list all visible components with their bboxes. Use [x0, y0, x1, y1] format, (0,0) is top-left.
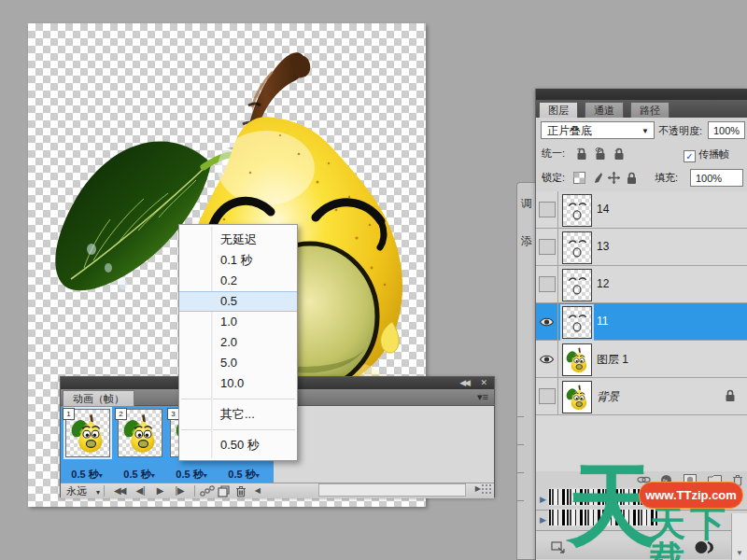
- new-frame-button[interactable]: [216, 484, 233, 497]
- collapsed-panel-row-2[interactable]: ▶: [536, 511, 747, 531]
- new-group-button[interactable]: [708, 474, 722, 488]
- resize-icon: [551, 541, 566, 554]
- frame-1-delay-select[interactable]: 0.5 秒▾: [63, 468, 111, 482]
- layers-panel-titlebar[interactable]: [536, 89, 747, 100]
- visibility-toggle[interactable]: [536, 229, 558, 265]
- layer-13-thumbnail[interactable]: [562, 231, 592, 264]
- play-button[interactable]: ▶: [151, 483, 170, 498]
- layer-row-layer1[interactable]: 图层 1: [536, 341, 747, 378]
- layer-1-thumb-image: [563, 344, 591, 375]
- collapsed-adjustments-strip[interactable]: 调 添: [516, 182, 535, 560]
- add-strip-label: 添: [521, 233, 532, 249]
- brush-icon: [591, 172, 603, 184]
- opacity-label: 不透明度:: [658, 121, 702, 140]
- tab-layers[interactable]: 图层: [539, 102, 578, 119]
- clone-circles-button[interactable]: [694, 540, 714, 557]
- blend-mode-value: 正片叠底: [547, 124, 592, 137]
- frame-2-delay-select[interactable]: 0.5 秒▾: [115, 468, 163, 482]
- previous-frame-button[interactable]: ◀|: [130, 483, 150, 498]
- unify-visibility-button[interactable]: [594, 147, 607, 163]
- collapse-panel-button[interactable]: ◀◀: [455, 377, 473, 389]
- frame-3-delay-select[interactable]: 0.5 秒▾: [167, 468, 216, 482]
- layer-mask-button[interactable]: [684, 474, 697, 488]
- layer-12-thumbnail[interactable]: [562, 269, 592, 301]
- divider: [104, 485, 105, 497]
- animation-frame-1[interactable]: 1: [63, 408, 111, 466]
- lock-all-button[interactable]: [626, 172, 638, 188]
- photoshop-window: ◀◀ ✕ 动画（帧） ▾≡ 1 2: [0, 0, 747, 560]
- fill-input[interactable]: 100%: [690, 169, 743, 187]
- menu-item-other[interactable]: 其它...: [179, 404, 297, 425]
- layer-1-thumbnail[interactable]: [562, 343, 592, 376]
- frame-2-number: 2: [115, 408, 127, 420]
- tween-button[interactable]: [199, 484, 216, 497]
- menu-item-0-50s[interactable]: 0.50 秒: [179, 435, 297, 455]
- frame-4-delay-select[interactable]: 0.5 秒▾: [219, 468, 268, 482]
- visibility-toggle[interactable]: [536, 303, 558, 340]
- menu-item-1-0[interactable]: 1.0: [179, 312, 297, 332]
- layer-14-thumbnail[interactable]: [562, 194, 592, 227]
- loop-count-select[interactable]: 永远▾: [61, 484, 100, 498]
- visibility-toggle[interactable]: [536, 378, 558, 414]
- visibility-empty-box: [539, 202, 556, 217]
- unify-style-button[interactable]: [613, 147, 626, 163]
- visibility-toggle[interactable]: [536, 191, 558, 228]
- resize-handle-button[interactable]: [551, 541, 566, 557]
- blend-mode-select[interactable]: 正片叠底 ▼: [541, 121, 655, 139]
- expand-triangle-icon: ▶: [540, 495, 546, 504]
- unify-position-button[interactable]: [575, 147, 588, 163]
- layer-row-14[interactable]: 14: [536, 191, 747, 229]
- visibility-toggle[interactable]: [536, 266, 558, 302]
- frames-horizontal-scrollbar[interactable]: [318, 483, 466, 497]
- menu-item-2-0[interactable]: 2.0: [179, 332, 297, 353]
- next-frame-button[interactable]: |▶: [169, 483, 190, 498]
- expand-triangle-icon: ▶: [540, 515, 546, 525]
- layer-11-thumbnail[interactable]: [562, 306, 592, 339]
- collapsed-panel-row-1[interactable]: ▶: [536, 490, 747, 511]
- tab-paths[interactable]: 路径: [630, 102, 669, 119]
- layer-row-13[interactable]: 13: [536, 229, 747, 266]
- new-frame-icon: [218, 485, 230, 497]
- panel-menu-icon[interactable]: ▾≡: [477, 391, 488, 403]
- background-thumbnail[interactable]: [562, 381, 592, 413]
- menu-item-0-2[interactable]: 0.2: [179, 271, 297, 291]
- visibility-toggle[interactable]: [536, 341, 558, 377]
- layers-list-empty-area: [536, 415, 747, 472]
- layer-13-thumb-image: [563, 232, 591, 263]
- menu-item-0-1s[interactable]: 0.1 秒: [179, 250, 297, 271]
- first-frame-button[interactable]: ◀◀: [108, 483, 130, 498]
- layer-row-background[interactable]: 背景: [536, 378, 747, 415]
- delete-layer-button[interactable]: [732, 474, 743, 489]
- menu-item-no-delay[interactable]: 无延迟: [179, 230, 297, 250]
- background-thumb-image: [563, 382, 591, 413]
- delete-frame-button[interactable]: [233, 484, 249, 497]
- menu-item-10-0[interactable]: 10.0: [179, 373, 297, 394]
- layers-tab-row: 图层 通道 路径: [536, 100, 747, 118]
- tab-animation-frames[interactable]: 动画（帧）: [63, 390, 134, 407]
- delay-arrow-icon: ▾: [204, 471, 207, 480]
- blend-mode-row: 正片叠底 ▼ 不透明度: 100%: [536, 119, 747, 142]
- layer-style-button[interactable]: fx: [660, 474, 672, 489]
- layer-row-12[interactable]: 12: [536, 266, 747, 303]
- menu-separator: [181, 429, 295, 430]
- lock-position-button[interactable]: [608, 172, 620, 187]
- tab-channels[interactable]: 通道: [585, 102, 624, 119]
- layer-row-11-selected[interactable]: 11: [536, 303, 747, 341]
- animation-frame-2[interactable]: 2: [115, 408, 163, 466]
- menu-item-0-5-selected[interactable]: 0.5: [179, 291, 297, 312]
- scroll-down-button[interactable]: ▼: [736, 549, 743, 557]
- propagate-frame-checkbox[interactable]: ✓ 传播帧: [684, 147, 747, 162]
- layer-14-thumb-image: [563, 195, 591, 226]
- lock-icon: [626, 172, 638, 185]
- layer-name: 图层 1: [597, 352, 628, 368]
- opacity-input[interactable]: 100%: [708, 121, 745, 139]
- panel-resize-grip[interactable]: [481, 483, 493, 496]
- link-layers-button[interactable]: [637, 474, 651, 488]
- adjustments-strip-label: 调: [521, 196, 532, 212]
- lock-pixels-button[interactable]: [591, 172, 603, 187]
- lock-transparency-button[interactable]: [573, 172, 585, 187]
- scroll-left-button[interactable]: ◀: [249, 483, 266, 498]
- menu-item-5-0[interactable]: 5.0: [179, 353, 297, 373]
- close-panel-button[interactable]: ✕: [475, 377, 492, 389]
- dock-vertical-scrollbar[interactable]: ▼: [731, 513, 747, 560]
